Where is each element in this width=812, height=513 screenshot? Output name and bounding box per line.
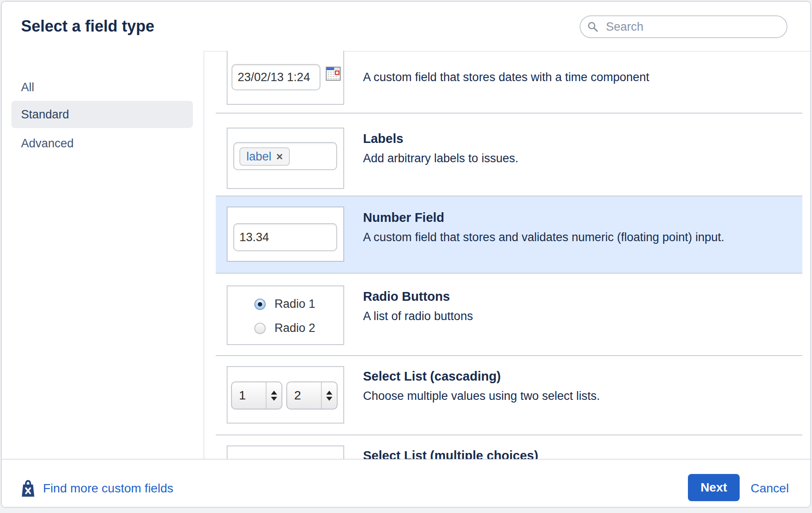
find-more-custom-fields-link[interactable]: Find more custom fields [20, 475, 173, 502]
category-sidebar: All Standard Advanced [2, 51, 203, 463]
dialog-header: Select a field type [2, 2, 810, 52]
spinner-down-icon [326, 397, 332, 401]
field-type-title: Number Field [363, 208, 724, 228]
remove-tag-icon: × [276, 151, 283, 162]
radio-option-label: Radio 2 [274, 321, 315, 335]
radio-selected-icon [254, 299, 266, 310]
marketplace-bag-icon [20, 479, 36, 498]
cascading-select-1: 1 [231, 381, 282, 410]
spinner-down-icon [271, 397, 277, 401]
sidebar-item-standard[interactable]: Standard [11, 101, 193, 128]
radio-option-label: Radio 1 [274, 297, 315, 311]
sidebar-item-label: Advanced [21, 137, 74, 150]
radio-preview [227, 285, 344, 345]
field-type-row-radio-buttons[interactable]: Radio 1 Radio 2 Radio Buttons A list of … [204, 273, 811, 355]
sidebar-item-label: Standard [21, 108, 69, 121]
radio-unselected-icon [254, 323, 266, 334]
field-type-description: A list of radio buttons [363, 306, 473, 326]
spinner-up-icon [326, 391, 332, 395]
field-type-row-select-list-multiple[interactable]: Option 1 Select List (multiple choices) [204, 435, 811, 463]
row-separator [216, 435, 802, 435]
label-tag: label × [239, 147, 290, 166]
field-type-row-select-list-cascading[interactable]: 1 2 Select List (cascading) Choose mul [204, 355, 811, 435]
row-separator [216, 355, 802, 356]
field-type-title: Select List (cascading) [363, 367, 600, 386]
label-tag-text: label [246, 150, 271, 164]
sidebar-item-label: All [21, 81, 34, 94]
find-more-label: Find more custom fields [43, 481, 173, 495]
field-type-row-number-field[interactable]: 13.34 Number Field A custom field that s… [204, 196, 811, 273]
page-title: Select a field type [21, 2, 154, 51]
row-separator [216, 273, 802, 274]
calendar-icon [326, 67, 341, 81]
cancel-button[interactable]: Cancel [751, 475, 789, 502]
cascading-select-2-value: 2 [287, 382, 321, 409]
spinner-up-icon [271, 391, 277, 395]
field-type-description: A custom field that stores dates with a … [363, 68, 649, 87]
field-type-description: Choose multiple values using two select … [363, 386, 600, 406]
search-input[interactable] [580, 15, 787, 38]
select-field-type-dialog: Select a field type All Standard Advance… [1, 1, 811, 508]
sidebar-item-all[interactable]: All [11, 74, 193, 101]
date-time-preview-input: 23/02/13 1:24 [231, 64, 321, 90]
number-preview-input: 13.34 [233, 223, 337, 251]
search-box [580, 15, 787, 38]
field-type-description: A custom field that stores and validates… [363, 228, 724, 247]
field-type-description: Add arbitrary labels to issues. [363, 149, 518, 168]
number-preview-value: 13.34 [239, 231, 269, 244]
field-type-row-date-time[interactable]: 23/02/13 1:24 A custom field that st [204, 51, 811, 113]
cascading-select-2: 2 [286, 381, 338, 410]
next-button[interactable]: Next [688, 474, 740, 501]
field-type-title: Labels [363, 129, 518, 149]
field-type-list: 23/02/13 1:24 A custom field that st [204, 51, 811, 463]
field-type-title: Radio Buttons [363, 287, 473, 306]
dialog-footer: Find more custom fields Next Cancel [2, 459, 810, 507]
row-separator [216, 113, 802, 114]
labels-preview-input: label × [233, 142, 337, 170]
field-type-row-labels[interactable]: label × Labels Add arbitrary labels to i… [204, 113, 811, 196]
date-time-preview-value: 23/02/13 1:24 [238, 71, 310, 84]
screen: Select a field type All Standard Advance… [0, 0, 812, 513]
cascading-select-1-value: 1 [232, 382, 266, 409]
sidebar-item-advanced[interactable]: Advanced [11, 130, 193, 157]
